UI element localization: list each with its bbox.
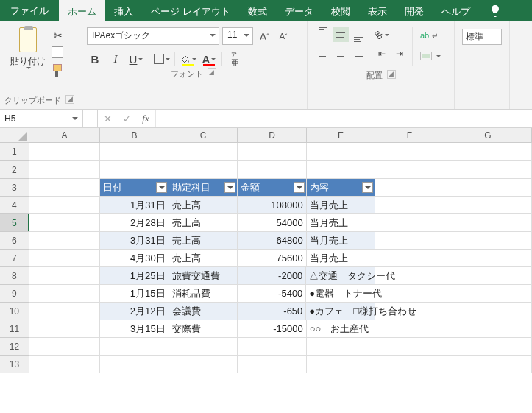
cell[interactable]	[100, 143, 169, 161]
row-header[interactable]: 12	[0, 338, 29, 356]
col-header-f[interactable]: F	[375, 128, 444, 142]
fill-color-button[interactable]	[180, 51, 196, 67]
row-header[interactable]: 1	[0, 143, 29, 161]
table-header-desc[interactable]: 内容	[307, 179, 376, 197]
cell[interactable]: 当月売上	[307, 250, 375, 267]
name-box[interactable]: H5	[0, 110, 83, 127]
cell[interactable]: 会議費	[169, 303, 238, 320]
cell[interactable]	[29, 232, 100, 250]
table-header-account[interactable]: 勘定科目	[169, 179, 238, 197]
number-format-select[interactable]: 標準	[462, 29, 502, 45]
cell[interactable]	[29, 303, 100, 320]
cell[interactable]	[100, 161, 169, 179]
cell[interactable]	[444, 214, 532, 232]
row-header[interactable]: 4	[0, 197, 29, 214]
row-header[interactable]: 10	[0, 303, 29, 320]
cell[interactable]	[444, 303, 532, 320]
cancel-button[interactable]: ✕	[98, 110, 117, 127]
cell[interactable]	[375, 197, 444, 214]
row-header[interactable]: 6	[0, 232, 29, 250]
cell[interactable]: 売上高	[169, 232, 238, 250]
cell[interactable]	[29, 285, 100, 303]
tab-home[interactable]: ホーム	[59, 0, 105, 21]
col-header-e[interactable]: E	[307, 128, 375, 142]
cell[interactable]	[444, 356, 532, 373]
cell[interactable]	[307, 161, 375, 179]
font-name-select[interactable]: IPAexゴシック	[87, 27, 219, 45]
row-header[interactable]: 2	[0, 161, 29, 179]
filter-dropdown[interactable]	[362, 182, 373, 193]
border-button[interactable]	[154, 51, 170, 67]
filter-dropdown[interactable]	[224, 182, 235, 193]
row-header[interactable]: 9	[0, 285, 29, 303]
cell[interactable]: 75600	[238, 250, 306, 267]
cell[interactable]	[444, 143, 532, 161]
indent-increase-button[interactable]: ⇥	[391, 46, 408, 61]
cell[interactable]: △交通 タクシー代	[306, 267, 375, 285]
font-launcher[interactable]: ◢	[208, 68, 216, 77]
tab-review[interactable]: 校閲	[322, 0, 359, 21]
cell[interactable]	[444, 232, 532, 250]
orientation-button[interactable]: ab	[374, 27, 390, 42]
cell[interactable]: -2000	[238, 267, 306, 285]
cell[interactable]: 3月31日	[100, 232, 169, 250]
formula-input[interactable]	[156, 110, 532, 127]
align-launcher[interactable]: ◢	[387, 70, 396, 79]
cell[interactable]	[29, 320, 100, 338]
cell[interactable]	[307, 143, 375, 161]
align-right-button[interactable]	[350, 46, 366, 61]
col-header-a[interactable]: A	[29, 128, 100, 142]
cell[interactable]	[375, 320, 444, 338]
cell[interactable]: 当月売上	[307, 232, 375, 250]
align-bottom-button[interactable]	[350, 27, 366, 42]
wrap-text-button[interactable]: ab↵	[417, 27, 444, 43]
clipboard-launcher[interactable]: ◢	[65, 95, 74, 104]
font-color-button[interactable]: A	[201, 51, 217, 67]
italic-button[interactable]: I	[107, 51, 124, 67]
tab-insert[interactable]: 挿入	[105, 0, 142, 21]
cell[interactable]: 売上高	[169, 214, 238, 232]
cell[interactable]: -650	[238, 303, 306, 320]
row-header[interactable]: 8	[0, 267, 29, 285]
cell[interactable]	[29, 179, 100, 197]
cell[interactable]: 1月25日	[100, 267, 169, 285]
decrease-font-button[interactable]: Aˇ	[275, 28, 291, 44]
cell[interactable]	[375, 232, 444, 250]
cell[interactable]	[375, 214, 444, 232]
cell[interactable]	[29, 250, 100, 267]
col-header-d[interactable]: D	[238, 128, 306, 142]
cell[interactable]: 当月売上	[307, 214, 375, 232]
cell[interactable]	[307, 356, 375, 373]
underline-button[interactable]: U	[128, 51, 144, 67]
tab-formulas[interactable]: 数式	[239, 0, 276, 21]
cell[interactable]	[375, 303, 444, 320]
cell[interactable]	[444, 197, 532, 214]
cell[interactable]	[375, 250, 444, 267]
row-header[interactable]: 11	[0, 320, 29, 338]
cell[interactable]: ●電器 トナー代	[306, 285, 375, 303]
cell[interactable]: 売上高	[169, 197, 238, 214]
cell[interactable]	[375, 356, 444, 373]
cell[interactable]: -5400	[238, 285, 306, 303]
bold-button[interactable]: B	[87, 51, 103, 67]
col-header-g[interactable]: G	[444, 128, 532, 142]
tab-file[interactable]: ファイル	[0, 0, 59, 21]
merge-center-button[interactable]	[417, 48, 444, 64]
cut-button[interactable]	[52, 29, 65, 42]
tab-page-layout[interactable]: ページ レイアウト	[142, 0, 239, 21]
cell[interactable]	[375, 179, 444, 197]
cell[interactable]: 3月15日	[100, 320, 169, 338]
phonetic-button[interactable]: ア亜	[227, 51, 243, 67]
cell[interactable]	[307, 338, 375, 356]
cell[interactable]	[29, 267, 100, 285]
cell[interactable]: 2月12日	[100, 303, 169, 320]
cell[interactable]	[29, 214, 100, 232]
cell[interactable]	[169, 161, 238, 179]
cell[interactable]: 2月28日	[100, 214, 169, 232]
cell[interactable]	[29, 161, 100, 179]
font-size-select[interactable]: 11	[222, 27, 253, 45]
cell[interactable]	[29, 197, 100, 214]
cell[interactable]: 売上高	[169, 250, 238, 267]
table-header-amount[interactable]: 金額	[238, 179, 307, 197]
cell[interactable]	[29, 338, 100, 356]
